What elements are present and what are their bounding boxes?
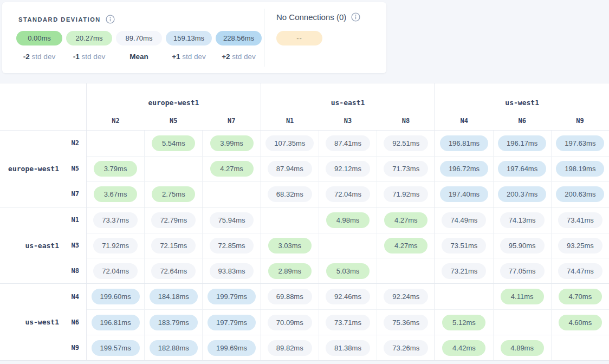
info-icon[interactable] (106, 15, 115, 24)
latency-pill[interactable]: 107.35ms (265, 135, 314, 151)
latency-pill[interactable]: 196.17ms (498, 135, 546, 151)
latency-cell: 89.82ms (261, 335, 319, 360)
latency-pill[interactable]: 5.54ms (152, 135, 195, 151)
latency-pill[interactable]: 93.25ms (558, 238, 602, 253)
latency-pill[interactable]: 196.81ms (92, 315, 140, 330)
latency-pill[interactable]: 73.26ms (384, 340, 428, 356)
latency-pill[interactable]: 92.46ms (326, 289, 370, 304)
latency-pill[interactable]: 72.04ms (326, 186, 370, 202)
latency-pill[interactable]: 73.37ms (93, 212, 138, 228)
latency-pill[interactable]: 4.27ms (384, 212, 427, 228)
latency-pill[interactable]: 200.37ms (498, 186, 546, 202)
legend-card: STANDARD DEVIATION 0.00ms -2 std dev 20.… (2, 2, 386, 73)
latency-pill[interactable]: 87.94ms (268, 161, 312, 177)
latency-pill[interactable]: 199.79ms (208, 289, 256, 304)
latency-pill[interactable]: 4.27ms (210, 161, 254, 177)
latency-pill[interactable]: 72.04ms (93, 263, 138, 279)
latency-pill[interactable]: 73.21ms (442, 263, 486, 279)
latency-pill[interactable]: 73.51ms (442, 238, 486, 253)
latency-cell: 2.89ms (261, 258, 319, 283)
latency-cell: 198.19ms (551, 156, 609, 181)
legend-bucket: 0.00ms -2 std dev (16, 31, 62, 61)
latency-pill[interactable]: 71.92ms (384, 186, 428, 202)
latency-pill[interactable]: 74.47ms (558, 263, 602, 279)
latency-pill[interactable]: 200.63ms (556, 186, 604, 202)
info-icon[interactable] (351, 12, 360, 22)
latency-pill[interactable]: 4.70ms (559, 289, 602, 304)
latency-pill[interactable]: 4.42ms (442, 340, 485, 356)
latency-pill[interactable]: 199.57ms (92, 340, 140, 356)
latency-pill[interactable]: 184.18ms (150, 289, 198, 304)
latency-pill[interactable]: 4.27ms (384, 238, 427, 253)
latency-cell: 68.32ms (261, 181, 319, 207)
latency-pill[interactable]: 93.83ms (210, 263, 254, 279)
latency-pill[interactable]: 198.19ms (556, 161, 604, 177)
latency-pill[interactable]: 92.24ms (384, 289, 428, 304)
latency-pill[interactable]: 2.75ms (152, 186, 195, 202)
latency-cell: 92.46ms (319, 284, 377, 309)
latency-pill[interactable]: 68.32ms (268, 186, 312, 202)
row-node-label: N3 (69, 242, 79, 249)
latency-pill[interactable]: 2.89ms (268, 263, 312, 279)
latency-pill[interactable]: 197.40ms (440, 186, 488, 202)
latency-pill[interactable]: 92.51ms (384, 135, 428, 151)
latency-pill[interactable]: 81.38ms (326, 340, 370, 356)
column-node-header: N6 (493, 112, 551, 130)
latency-pill[interactable]: 89.82ms (268, 340, 312, 356)
latency-pill[interactable]: 197.63ms (556, 135, 604, 151)
latency-pill[interactable]: 3.03ms (268, 238, 312, 253)
latency-cell: 74.13ms (493, 207, 551, 233)
matrix-row-N5: europe-west1N53.79ms4.27ms87.94ms92.12ms… (0, 156, 609, 181)
latency-pill[interactable]: 183.79ms (150, 315, 198, 330)
latency-cell (493, 309, 551, 335)
latency-pill[interactable]: 69.88ms (268, 289, 312, 304)
latency-pill[interactable]: 199.69ms (208, 340, 256, 356)
latency-pill[interactable]: 74.13ms (500, 212, 545, 228)
latency-pill[interactable]: 3.79ms (94, 161, 137, 177)
latency-pill[interactable]: 4.98ms (326, 212, 370, 228)
latency-pill[interactable]: 74.49ms (442, 212, 486, 228)
latency-pill[interactable]: 3.99ms (210, 135, 254, 151)
column-group-us-west1: us-west1N4N6N9 (435, 83, 609, 130)
latency-pill[interactable]: 5.12ms (442, 315, 485, 330)
latency-pill[interactable]: 77.05ms (500, 263, 545, 279)
latency-pill[interactable]: 5.03ms (326, 263, 370, 279)
latency-pill[interactable]: 75.36ms (384, 315, 428, 330)
latency-cell: 93.25ms (551, 233, 609, 258)
latency-cell: 4.70ms (551, 284, 609, 309)
latency-cell: 73.51ms (435, 233, 493, 258)
latency-pill[interactable]: 199.60ms (92, 289, 140, 304)
latency-cell: 3.03ms (261, 233, 319, 258)
latency-cell (319, 233, 377, 258)
latency-pill[interactable]: 197.64ms (498, 161, 546, 177)
latency-pill[interactable]: 4.60ms (559, 315, 602, 330)
latency-pill[interactable]: 72.79ms (151, 212, 196, 228)
matrix-row-N6: us-west1N6196.81ms183.79ms197.79ms70.09m… (0, 309, 609, 335)
latency-pill[interactable]: 71.92ms (93, 238, 138, 253)
latency-pill[interactable]: 72.15ms (151, 238, 196, 253)
latency-cell: 71.92ms (377, 181, 435, 207)
latency-pill[interactable]: 182.88ms (150, 340, 198, 356)
latency-pill[interactable]: 73.71ms (326, 315, 370, 330)
latency-pill[interactable]: 87.41ms (326, 135, 370, 151)
stddev-legend: 0.00ms -2 std dev 20.27ms -1 std dev 89.… (16, 31, 262, 61)
latency-pill[interactable]: 70.09ms (268, 315, 312, 330)
latency-cell: 199.57ms (87, 335, 144, 360)
latency-pill[interactable]: 197.79ms (208, 315, 256, 330)
latency-pill[interactable]: 71.73ms (384, 161, 428, 177)
latency-pill[interactable]: 95.90ms (500, 238, 545, 253)
latency-pill[interactable]: 72.64ms (151, 263, 196, 279)
latency-pill[interactable]: 72.85ms (210, 238, 254, 253)
latency-pill[interactable]: 92.12ms (326, 161, 370, 177)
latency-pill[interactable]: 4.89ms (501, 340, 544, 356)
latency-pill[interactable]: 196.81ms (440, 135, 488, 151)
latency-pill[interactable]: 196.72ms (440, 161, 488, 177)
row-header: us-west1N6 (0, 309, 87, 335)
matrix-header-spacer (0, 83, 87, 130)
latency-pill[interactable]: 75.94ms (210, 212, 254, 228)
latency-pill[interactable]: 4.11ms (501, 289, 544, 304)
latency-pill[interactable]: 73.41ms (558, 212, 602, 228)
latency-cell (202, 181, 260, 207)
legend-title: STANDARD DEVIATION (18, 16, 101, 23)
latency-pill[interactable]: 3.67ms (94, 186, 137, 202)
